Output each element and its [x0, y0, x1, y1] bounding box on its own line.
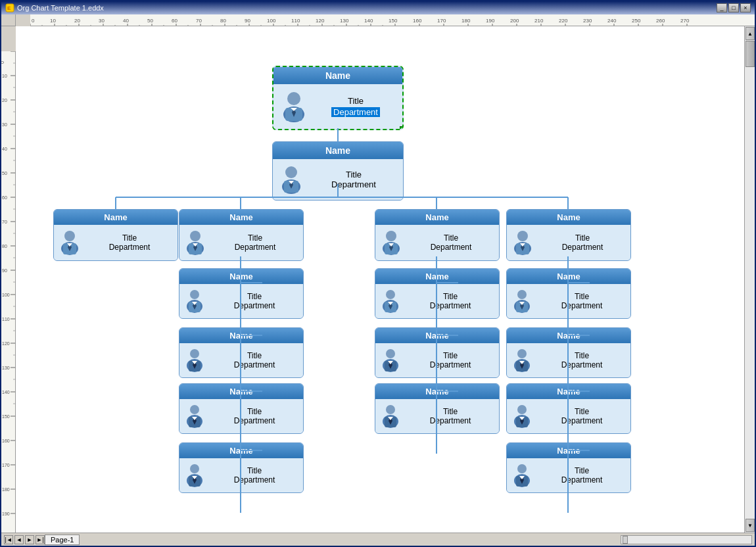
col2-child-2[interactable]: Name Title Department [179, 383, 304, 434]
svg-text:90: 90 [245, 18, 250, 24]
col4-child-2[interactable]: Name Title Department [506, 383, 631, 434]
col4-c0-text: Title Department [537, 292, 626, 310]
level2-node-1[interactable]: Name Title Department [179, 209, 304, 261]
scrollbar-vertical[interactable]: ▲ ▼ [744, 26, 755, 533]
l2-1-body: Title Department [179, 225, 303, 260]
svg-point-154 [287, 92, 300, 105]
col4-c2-text: Title Department [537, 407, 626, 425]
svg-text:120: 120 [316, 18, 325, 24]
svg-point-172 [190, 231, 201, 241]
svg-text:40: 40 [2, 147, 7, 151]
avatar [183, 347, 206, 373]
svg-text:260: 260 [656, 18, 665, 24]
svg-text:80: 80 [220, 18, 226, 24]
svg-text:40: 40 [123, 18, 129, 24]
col3-c2-text: Title Department [406, 407, 495, 425]
svg-text:70: 70 [2, 220, 7, 224]
l2-2-text: Title Department [407, 233, 495, 252]
svg-text:190: 190 [2, 511, 10, 516]
minimize-button[interactable]: _ [717, 3, 727, 12]
svg-text:130: 130 [2, 366, 10, 370]
svg-text:10: 10 [2, 74, 7, 78]
avatar [279, 89, 309, 124]
level2-node-0[interactable]: Name Title Department [53, 209, 178, 261]
svg-text:180: 180 [461, 18, 471, 24]
col3-c2-hdr: Name [375, 384, 499, 399]
svg-point-160 [285, 166, 297, 178]
svg-text:210: 210 [534, 18, 544, 24]
col2-c3-hdr: Name [179, 443, 303, 458]
col2-child-1[interactable]: Name Title Department [179, 327, 304, 378]
avatar [183, 403, 206, 429]
svg-text:250: 250 [632, 18, 641, 24]
svg-text:170: 170 [437, 18, 446, 24]
first-page-button[interactable]: |◄ [4, 535, 13, 544]
scroll-down-button[interactable]: ▼ [745, 519, 755, 532]
svg-point-166 [64, 231, 75, 241]
avatar [183, 229, 207, 256]
col2-c0-text: Title Department [210, 292, 299, 310]
svg-text:180: 180 [2, 487, 10, 492]
vertical-ruler: 0 10 20 30 40 50 60 70 80 [1, 51, 16, 533]
svg-point-232 [517, 290, 527, 299]
close-button[interactable]: × [740, 3, 751, 12]
l2-3-header: Name [507, 210, 630, 225]
col4-c2-body: Title Department [507, 399, 630, 433]
l2-0-body: Title Department [54, 225, 177, 260]
svg-text:150: 150 [2, 414, 10, 419]
col2-c3-body: Title Department [179, 458, 303, 492]
svg-text:150: 150 [389, 18, 398, 24]
scroll-thumb[interactable] [745, 41, 755, 67]
col2-child-3[interactable]: Name Title Department [179, 442, 304, 493]
col4-child-1[interactable]: Name Title Department [506, 327, 631, 378]
col3-c2-body: Title Department [375, 399, 499, 433]
prev-page-button[interactable]: ◄ [14, 535, 24, 544]
dept-selected: Department [331, 107, 380, 117]
col2-child-0[interactable]: Name Title Department [179, 268, 304, 319]
scroll-up-button[interactable]: ▲ [745, 27, 755, 40]
svg-text:60: 60 [2, 195, 7, 200]
window-controls: _ □ × [717, 3, 751, 12]
svg-text:130: 130 [340, 18, 349, 24]
scrollbar-h-thumb[interactable] [623, 536, 628, 544]
avatar [379, 229, 403, 256]
col2-c2-text: Title Department [210, 407, 299, 425]
scrollbar-horizontal[interactable] [621, 535, 752, 544]
level1-header: Name [273, 142, 403, 159]
svg-text:10: 10 [50, 18, 56, 24]
last-page-button[interactable]: ►| [35, 535, 45, 544]
col3-c1-text: Title Department [406, 351, 495, 369]
col2-c1-body: Title Department [179, 343, 303, 377]
level1-body: Title Department [273, 159, 403, 200]
svg-point-184 [517, 231, 528, 241]
page-navigation[interactable]: |◄ ◄ ► ►| [4, 535, 45, 544]
next-page-button[interactable]: ► [25, 535, 34, 544]
page-tab[interactable]: Page-1 [45, 535, 80, 545]
col3-child-2[interactable]: Name Title Department [375, 383, 500, 434]
col4-child-3[interactable]: Name Title Department [506, 442, 631, 493]
l2-1-header: Name [179, 210, 303, 225]
col2-c2-body: Title Department [179, 399, 303, 433]
status-bar: |◄ ◄ ► ►| Page-1 [1, 533, 755, 546]
canvas[interactable]: Name Title Department [16, 26, 755, 533]
level2-node-2[interactable]: Name Title Department [375, 209, 500, 261]
level2-node-3[interactable]: Name Title Department [506, 209, 631, 261]
root-node[interactable]: Name Title Department [272, 66, 404, 130]
col3-child-1[interactable]: Name Title Department [375, 327, 500, 378]
svg-text:30: 30 [2, 122, 7, 127]
svg-text:120: 120 [2, 341, 10, 346]
svg-point-226 [386, 405, 395, 414]
l2-3-text: Title Department [538, 233, 626, 252]
svg-text:30: 30 [99, 18, 105, 24]
svg-point-196 [190, 349, 199, 358]
svg-point-208 [190, 464, 199, 473]
level1-node[interactable]: Name Title Department [272, 141, 404, 201]
maximize-button[interactable]: □ [728, 3, 739, 12]
l2-2-body: Title Department [375, 225, 499, 260]
col2-c0-body: Title Department [179, 284, 303, 318]
resize-handle[interactable] [400, 126, 404, 130]
col3-child-0[interactable]: Name Title Department [375, 268, 500, 319]
col4-child-0[interactable]: Name Title Department [506, 268, 631, 319]
svg-point-214 [386, 290, 395, 299]
avatar [511, 347, 533, 373]
